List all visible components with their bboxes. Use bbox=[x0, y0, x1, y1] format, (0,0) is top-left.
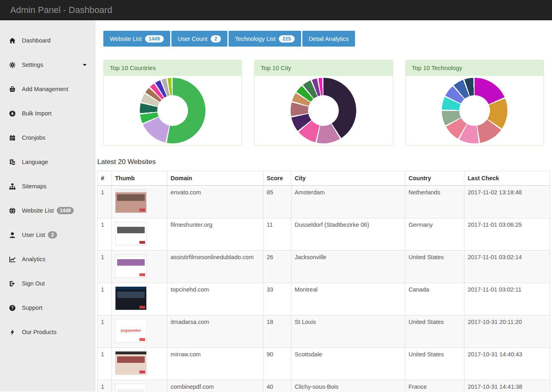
detail-analytics-button[interactable]: Detail Analytics bbox=[302, 31, 355, 47]
score-cell: 85 bbox=[263, 185, 291, 218]
sidebar-item-analytics[interactable]: Analytics bbox=[0, 247, 95, 271]
thumbnail-image bbox=[115, 222, 147, 245]
city-cell: St Louis bbox=[291, 315, 405, 347]
websites-table: #ThumbDomainScoreCityCountryLast Check 1… bbox=[97, 171, 550, 392]
domain-cell: topcinehd.com bbox=[167, 283, 263, 315]
panel-top10-technology: Top 10 Technology bbox=[405, 60, 544, 146]
panel-title: Top 10 City bbox=[255, 60, 392, 76]
column-header-country: Country bbox=[405, 171, 464, 186]
count-badge: 225 bbox=[279, 35, 295, 43]
city-donut-chart bbox=[291, 78, 356, 143]
sidebar-item-support[interactable]: ?Support bbox=[0, 296, 95, 320]
sidebar-item-label: Support bbox=[22, 305, 43, 311]
sidebar-item-label: Language bbox=[22, 159, 48, 165]
button-label: Detail Analytics bbox=[309, 36, 349, 42]
sidebar-item-label: User List bbox=[22, 232, 45, 238]
count-badge: 1449 bbox=[145, 35, 164, 43]
country-cell: Germany bbox=[405, 218, 464, 250]
basket-icon bbox=[9, 86, 19, 93]
last-check-cell: 2017-11-01 03:06:25 bbox=[464, 218, 550, 250]
sidebar-item-website-list[interactable]: Website List1449 bbox=[0, 198, 95, 223]
table-heading: Latest 20 Websites bbox=[97, 158, 550, 166]
sidebar-item-dashboard[interactable]: Dashboard bbox=[0, 28, 95, 53]
row-number: 1 bbox=[98, 218, 112, 250]
bulk-import-icon bbox=[9, 110, 19, 117]
country-cell: United States bbox=[405, 315, 464, 347]
panel-title: Top 10 Technology bbox=[406, 60, 543, 76]
sidebar-item-label: Our Products bbox=[22, 329, 56, 335]
last-check-cell: 2017-10-31 14:41:38 bbox=[464, 380, 550, 392]
sidebar-item-language[interactable]: 文ALanguage bbox=[0, 150, 95, 174]
sidebar: DashboardSettingsAdd ManagementBulk Impo… bbox=[0, 20, 95, 392]
score-cell: 11 bbox=[263, 218, 291, 250]
domain-cell: mirraw.com bbox=[167, 347, 263, 380]
column-header-score: Score bbox=[263, 171, 291, 186]
panel-top10-city: Top 10 City bbox=[254, 60, 393, 146]
question-icon: ? bbox=[9, 305, 19, 311]
sidebar-item-label: Add Management bbox=[22, 86, 68, 92]
row-number: 1 bbox=[98, 185, 112, 218]
svg-text:A: A bbox=[12, 161, 15, 165]
website-thumbnail: Combine PDF bbox=[112, 380, 167, 392]
page-title: Admin Panel - Dashboard bbox=[10, 5, 112, 15]
sidebar-item-cronjobs[interactable]: Cronjobs bbox=[0, 126, 95, 150]
website-thumbnail bbox=[112, 218, 167, 250]
row-number: 1 bbox=[98, 315, 112, 347]
score-cell: 90 bbox=[263, 347, 291, 380]
score-cell: 33 bbox=[263, 283, 291, 315]
gear-icon bbox=[9, 62, 19, 68]
row-number: 1 bbox=[98, 347, 112, 380]
score-cell: 26 bbox=[263, 250, 291, 283]
thumbnail-image bbox=[115, 286, 147, 310]
table-row: 1topcinehd.com33MontrealCanada2017-11-01… bbox=[98, 283, 550, 315]
technology-donut-chart bbox=[442, 78, 507, 143]
sidebar-item-settings[interactable]: Settings bbox=[0, 53, 95, 77]
count-badge: 2 bbox=[48, 231, 57, 239]
technology-list-button[interactable]: Technology List225 bbox=[229, 31, 301, 47]
sidebar-item-sign-out[interactable]: Sign Out bbox=[0, 271, 95, 296]
thumbnail-label: pagepeeker bbox=[116, 328, 146, 332]
sidebar-item-our-products[interactable]: Our Products bbox=[0, 320, 95, 344]
country-cell: France bbox=[405, 380, 464, 392]
bolt-icon bbox=[9, 329, 19, 336]
country-cell: Canada bbox=[405, 283, 464, 315]
table-row: 1assistirfilmesonlinedublado.com26Jackso… bbox=[98, 250, 550, 283]
sidebar-item-label: Dashboard bbox=[22, 37, 51, 44]
city-cell: Scottsdale bbox=[291, 347, 405, 380]
website-list-button[interactable]: Website List1449 bbox=[103, 31, 170, 47]
row-number: 1 bbox=[98, 380, 112, 392]
website-thumbnail bbox=[112, 250, 167, 283]
table-header-row: #ThumbDomainScoreCityCountryLast Check bbox=[98, 171, 550, 186]
button-label: User Count bbox=[178, 36, 208, 42]
table-row: 1pagepeekeritmadarsa.com18St LouisUnited… bbox=[98, 315, 550, 347]
sidebar-item-label: Sitemaps bbox=[22, 183, 46, 190]
sidebar-item-sitemaps[interactable]: Sitemaps bbox=[0, 174, 95, 198]
sidebar-item-bulk-import[interactable]: Bulk Import bbox=[0, 101, 95, 126]
domain-cell: assistirfilmesonlinedublado.com bbox=[167, 250, 263, 283]
thumbnail-image: Combine PDF bbox=[115, 383, 147, 392]
topbar: Admin Panel - Dashboard bbox=[0, 0, 552, 20]
user-icon bbox=[9, 232, 19, 239]
sidebar-item-label: Analytics bbox=[22, 256, 45, 262]
score-cell: 40 bbox=[263, 380, 291, 392]
sidebar-item-user-list[interactable]: User List2 bbox=[0, 223, 95, 247]
row-number: 1 bbox=[98, 283, 112, 315]
user-count-button[interactable]: User Count2 bbox=[171, 31, 227, 47]
table-row: 1filmeshunter.org11Dusseldorf (Stadtbezi… bbox=[98, 218, 550, 250]
sidebar-item-label: Website List bbox=[22, 207, 54, 214]
city-cell: Jacksonville bbox=[291, 250, 405, 283]
city-cell: Dusseldorf (Stadtbezirke 06) bbox=[291, 218, 405, 250]
table-row: 1Combine PDFcombinepdf.com40Clichy-sous-… bbox=[98, 380, 550, 392]
button-label: Technology List bbox=[235, 36, 276, 42]
sitemap-icon bbox=[9, 183, 19, 190]
column-header-thumb: Thumb bbox=[112, 171, 167, 186]
last-check-cell: 2017-10-31 20:11:20 bbox=[464, 315, 550, 347]
thumbnail-image bbox=[115, 351, 147, 375]
sidebar-item-add-management[interactable]: Add Management bbox=[0, 77, 95, 101]
row-number: 1 bbox=[98, 250, 112, 283]
website-thumbnail bbox=[112, 283, 167, 315]
thumbnail-image bbox=[115, 189, 147, 213]
column-header-city: City bbox=[291, 171, 405, 186]
city-cell: Montreal bbox=[291, 283, 405, 315]
calendar-icon bbox=[9, 134, 19, 141]
